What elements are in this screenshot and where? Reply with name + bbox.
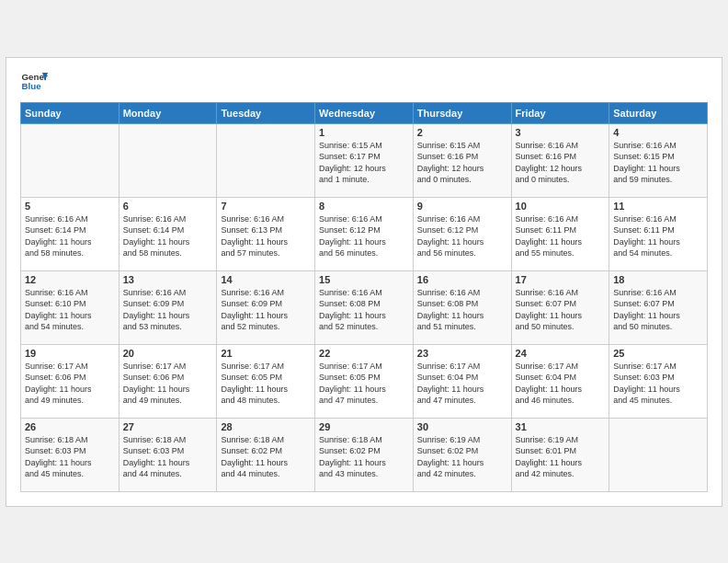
- day-number: 30: [417, 421, 507, 432]
- weekday-friday: Friday: [511, 102, 609, 123]
- day-cell: 26Sunrise: 6:18 AM Sunset: 6:03 PM Dayli…: [21, 418, 119, 491]
- day-cell: 15Sunrise: 6:16 AM Sunset: 6:08 PM Dayli…: [315, 270, 414, 344]
- day-cell: 16Sunrise: 6:16 AM Sunset: 6:08 PM Dayli…: [413, 270, 511, 344]
- logo-icon: General Blue: [20, 67, 48, 95]
- day-cell: 10Sunrise: 6:16 AM Sunset: 6:11 PM Dayli…: [511, 197, 609, 270]
- day-number: 7: [221, 201, 311, 212]
- day-number: 6: [123, 201, 213, 212]
- day-info: Sunrise: 6:17 AM Sunset: 6:04 PM Dayligh…: [516, 361, 606, 407]
- day-cell: 9Sunrise: 6:16 AM Sunset: 6:12 PM Daylig…: [413, 197, 511, 270]
- day-info: Sunrise: 6:17 AM Sunset: 6:05 PM Dayligh…: [221, 361, 311, 407]
- day-info: Sunrise: 6:16 AM Sunset: 6:11 PM Dayligh…: [516, 213, 606, 259]
- day-info: Sunrise: 6:16 AM Sunset: 6:14 PM Dayligh…: [25, 213, 115, 259]
- calendar-header: General Blue: [20, 67, 708, 95]
- day-number: 22: [319, 348, 409, 359]
- day-cell: 23Sunrise: 6:17 AM Sunset: 6:04 PM Dayli…: [413, 344, 511, 418]
- day-cell: 19Sunrise: 6:17 AM Sunset: 6:06 PM Dayli…: [21, 344, 119, 418]
- weekday-monday: Monday: [119, 102, 217, 123]
- day-number: 3: [516, 127, 606, 138]
- day-number: 31: [516, 421, 606, 432]
- day-cell: 1Sunrise: 6:15 AM Sunset: 6:17 PM Daylig…: [315, 123, 414, 197]
- day-info: Sunrise: 6:17 AM Sunset: 6:05 PM Dayligh…: [319, 361, 409, 407]
- day-info: Sunrise: 6:15 AM Sunset: 6:17 PM Dayligh…: [319, 140, 409, 186]
- day-number: 21: [221, 348, 311, 359]
- day-info: Sunrise: 6:16 AM Sunset: 6:07 PM Dayligh…: [516, 287, 606, 333]
- day-cell: 30Sunrise: 6:19 AM Sunset: 6:02 PM Dayli…: [413, 418, 511, 491]
- day-cell: 5Sunrise: 6:16 AM Sunset: 6:14 PM Daylig…: [21, 197, 119, 270]
- day-info: Sunrise: 6:16 AM Sunset: 6:14 PM Dayligh…: [123, 213, 213, 259]
- week-row-2: 5Sunrise: 6:16 AM Sunset: 6:14 PM Daylig…: [21, 197, 708, 270]
- day-number: 17: [516, 274, 606, 285]
- day-number: 11: [613, 201, 703, 212]
- day-number: 13: [123, 274, 213, 285]
- day-cell: 21Sunrise: 6:17 AM Sunset: 6:05 PM Dayli…: [217, 344, 315, 418]
- day-info: Sunrise: 6:19 AM Sunset: 6:02 PM Dayligh…: [417, 434, 507, 480]
- weekday-saturday: Saturday: [609, 102, 708, 123]
- day-info: Sunrise: 6:15 AM Sunset: 6:16 PM Dayligh…: [417, 140, 507, 186]
- day-cell: 4Sunrise: 6:16 AM Sunset: 6:15 PM Daylig…: [609, 123, 708, 197]
- day-number: 10: [516, 201, 606, 212]
- day-cell: 2Sunrise: 6:15 AM Sunset: 6:16 PM Daylig…: [413, 123, 511, 197]
- weekday-thursday: Thursday: [413, 102, 511, 123]
- day-cell: 22Sunrise: 6:17 AM Sunset: 6:05 PM Dayli…: [315, 344, 414, 418]
- day-cell: [21, 123, 119, 197]
- day-info: Sunrise: 6:16 AM Sunset: 6:07 PM Dayligh…: [613, 287, 703, 333]
- day-cell: 8Sunrise: 6:16 AM Sunset: 6:12 PM Daylig…: [315, 197, 414, 270]
- day-info: Sunrise: 6:18 AM Sunset: 6:03 PM Dayligh…: [123, 434, 213, 480]
- day-info: Sunrise: 6:16 AM Sunset: 6:16 PM Dayligh…: [516, 140, 606, 186]
- day-number: 23: [417, 348, 507, 359]
- svg-text:Blue: Blue: [22, 81, 42, 91]
- day-cell: 27Sunrise: 6:18 AM Sunset: 6:03 PM Dayli…: [119, 418, 217, 491]
- day-cell: 14Sunrise: 6:16 AM Sunset: 6:09 PM Dayli…: [217, 270, 315, 344]
- day-info: Sunrise: 6:18 AM Sunset: 6:02 PM Dayligh…: [221, 434, 311, 480]
- day-number: 15: [319, 274, 409, 285]
- day-info: Sunrise: 6:17 AM Sunset: 6:06 PM Dayligh…: [25, 361, 115, 407]
- day-number: 29: [319, 421, 409, 432]
- weekday-header-row: SundayMondayTuesdayWednesdayThursdayFrid…: [21, 102, 708, 123]
- weekday-sunday: Sunday: [21, 102, 119, 123]
- day-cell: 28Sunrise: 6:18 AM Sunset: 6:02 PM Dayli…: [217, 418, 315, 491]
- day-cell: 13Sunrise: 6:16 AM Sunset: 6:09 PM Dayli…: [119, 270, 217, 344]
- calendar-container: General Blue SundayMondayTuesdayWednesda…: [6, 57, 722, 507]
- day-cell: 29Sunrise: 6:18 AM Sunset: 6:02 PM Dayli…: [315, 418, 414, 491]
- calendar-table: SundayMondayTuesdayWednesdayThursdayFrid…: [20, 102, 708, 492]
- day-cell: 6Sunrise: 6:16 AM Sunset: 6:14 PM Daylig…: [119, 197, 217, 270]
- day-info: Sunrise: 6:16 AM Sunset: 6:09 PM Dayligh…: [221, 287, 311, 333]
- day-cell: [119, 123, 217, 197]
- logo: General Blue: [20, 67, 48, 95]
- day-info: Sunrise: 6:16 AM Sunset: 6:11 PM Dayligh…: [613, 213, 703, 259]
- day-info: Sunrise: 6:18 AM Sunset: 6:02 PM Dayligh…: [319, 434, 409, 480]
- day-info: Sunrise: 6:16 AM Sunset: 6:08 PM Dayligh…: [319, 287, 409, 333]
- weekday-wednesday: Wednesday: [315, 102, 414, 123]
- day-cell: 12Sunrise: 6:16 AM Sunset: 6:10 PM Dayli…: [21, 270, 119, 344]
- day-number: 18: [613, 274, 703, 285]
- day-info: Sunrise: 6:16 AM Sunset: 6:12 PM Dayligh…: [417, 213, 507, 259]
- day-number: 28: [221, 421, 311, 432]
- day-number: 26: [25, 421, 115, 432]
- day-info: Sunrise: 6:16 AM Sunset: 6:09 PM Dayligh…: [123, 287, 213, 333]
- day-info: Sunrise: 6:17 AM Sunset: 6:03 PM Dayligh…: [613, 361, 703, 407]
- day-info: Sunrise: 6:16 AM Sunset: 6:12 PM Dayligh…: [319, 213, 409, 259]
- day-info: Sunrise: 6:16 AM Sunset: 6:08 PM Dayligh…: [417, 287, 507, 333]
- week-row-4: 19Sunrise: 6:17 AM Sunset: 6:06 PM Dayli…: [21, 344, 708, 418]
- day-cell: 17Sunrise: 6:16 AM Sunset: 6:07 PM Dayli…: [511, 270, 609, 344]
- day-cell: 11Sunrise: 6:16 AM Sunset: 6:11 PM Dayli…: [609, 197, 708, 270]
- day-cell: 25Sunrise: 6:17 AM Sunset: 6:03 PM Dayli…: [609, 344, 708, 418]
- day-number: 16: [417, 274, 507, 285]
- day-cell: 18Sunrise: 6:16 AM Sunset: 6:07 PM Dayli…: [609, 270, 708, 344]
- day-info: Sunrise: 6:18 AM Sunset: 6:03 PM Dayligh…: [25, 434, 115, 480]
- day-number: 19: [25, 348, 115, 359]
- day-number: 2: [417, 127, 507, 138]
- day-number: 25: [613, 348, 703, 359]
- day-number: 1: [319, 127, 409, 138]
- day-number: 5: [25, 201, 115, 212]
- day-number: 14: [221, 274, 311, 285]
- day-number: 20: [123, 348, 213, 359]
- week-row-3: 12Sunrise: 6:16 AM Sunset: 6:10 PM Dayli…: [21, 270, 708, 344]
- day-info: Sunrise: 6:16 AM Sunset: 6:13 PM Dayligh…: [221, 213, 311, 259]
- day-cell: 3Sunrise: 6:16 AM Sunset: 6:16 PM Daylig…: [511, 123, 609, 197]
- day-info: Sunrise: 6:16 AM Sunset: 6:15 PM Dayligh…: [613, 140, 703, 186]
- day-cell: 20Sunrise: 6:17 AM Sunset: 6:06 PM Dayli…: [119, 344, 217, 418]
- day-number: 9: [417, 201, 507, 212]
- day-number: 12: [25, 274, 115, 285]
